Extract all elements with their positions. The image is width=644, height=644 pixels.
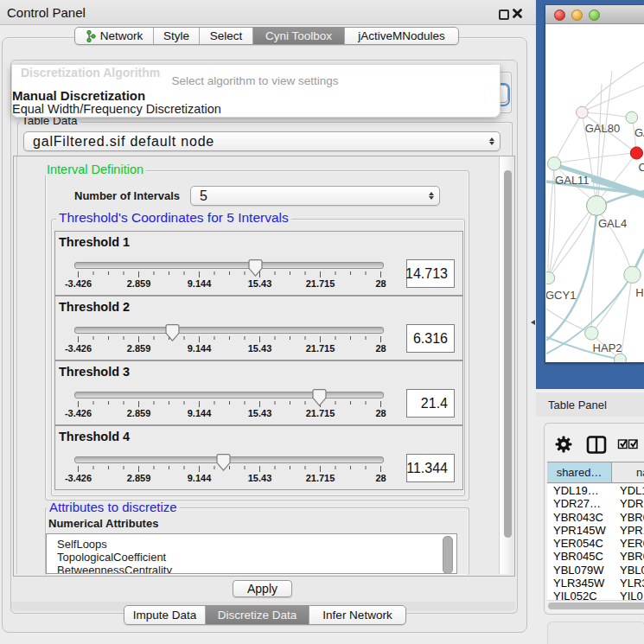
svg-text:GA: GA xyxy=(634,126,644,139)
svg-text:GAL80: GAL80 xyxy=(585,122,620,135)
svg-text:GAL4: GAL4 xyxy=(598,217,627,230)
svg-text:GAL11: GAL11 xyxy=(555,174,590,187)
svg-text:GCY1: GCY1 xyxy=(546,289,576,302)
svg-text:C: C xyxy=(639,161,644,174)
svg-text:H: H xyxy=(635,286,643,299)
svg-text:HAP2: HAP2 xyxy=(593,341,622,354)
